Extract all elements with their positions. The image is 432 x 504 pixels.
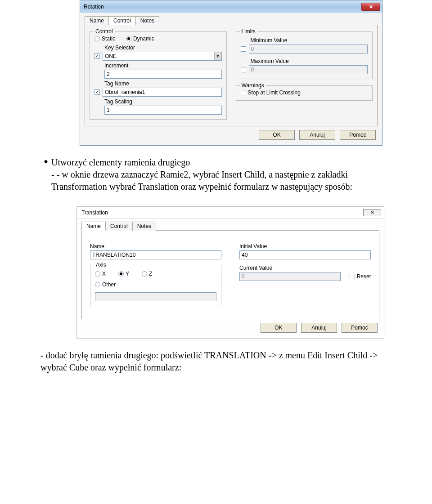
radio-z[interactable]: Z [142,271,152,277]
tab-bar: Name Control Notes [81,221,379,231]
axis-legend: Axis [94,262,108,268]
current-value-label: Current Value [239,265,371,271]
tab-content-name: Name Initial Value Axis X Y Z [81,231,379,319]
tab-content-control: Control Static Dynamic Key Selector [85,25,378,126]
anuluj-button[interactable]: Anuluj [301,323,337,333]
increment-label: Increment [104,62,222,69]
key-selector-check[interactable] [94,54,100,59]
tag-name-input[interactable] [103,88,222,97]
tab-control[interactable]: Control [108,16,136,25]
pomoc-button[interactable]: Pomoc [342,323,378,333]
axis-group: Axis X Y Z Other [90,265,221,306]
check-icon [241,90,246,95]
limits-legend: Limits [240,28,257,35]
titlebar[interactable]: Translation ✕ [77,207,384,219]
pomoc-button[interactable]: Pomoc [340,130,376,140]
warnings-legend: Warnings [240,82,266,89]
tag-name-check[interactable] [94,89,100,95]
radio-icon [118,271,124,277]
min-value-check[interactable] [241,46,246,52]
initial-value-input[interactable] [239,250,371,259]
max-value-input[interactable] [249,65,368,74]
button-row: OK Anuluj Pomoc [85,126,378,141]
close-icon[interactable]: ✕ [361,3,380,11]
close-icon[interactable]: ✕ [363,209,381,216]
warnings-group: Warnings Stop at Limit Crossing [236,85,373,101]
check-icon [350,274,355,279]
control-legend: Control [94,28,115,35]
initial-value-label: Initial Value [239,243,371,250]
titlebar[interactable]: Rotation ✕ [80,0,382,13]
radio-icon [126,36,131,41]
radio-icon [95,271,100,277]
name-input[interactable] [90,250,221,259]
other-axis-input[interactable] [95,292,216,301]
tag-scaling-label: Tag Scaling [104,98,222,105]
max-value-label: Maximum Value [251,58,368,64]
control-group: Control Static Dynamic Key Selector [90,31,227,120]
paragraph-line: Utworzyć elementy ramienia drugiego [51,156,190,169]
translation-dialog: Translation ✕ Name Control Notes Name In… [76,206,384,339]
paragraph-2: - dodać bryłę ramienia drugiego: podświe… [0,348,432,382]
radio-static[interactable]: Static [94,36,115,42]
increment-input[interactable] [104,70,222,79]
tab-name[interactable]: Name [81,222,106,231]
radio-dynamic[interactable]: Dynamic [126,36,154,42]
tag-scaling-input[interactable] [104,106,222,115]
tab-control[interactable]: Control [105,222,133,231]
ok-button[interactable]: OK [259,130,295,140]
tab-notes[interactable]: Notes [135,16,159,25]
tag-name-label: Tag Name [104,80,222,87]
paragraph-1: ● Utworzyć elementy ramienia drugiego - … [0,155,432,201]
radio-other[interactable]: Other [95,281,216,288]
chevron-down-icon[interactable]: ▼ [214,52,221,60]
button-row: OK Anuluj Pomoc [81,319,379,334]
key-selector-label: Key Selector [104,45,222,51]
tab-bar: Name Control Notes [85,16,378,25]
radio-x[interactable]: X [95,271,106,277]
paragraph-line: - - w oknie drzewa zaznaczyć Ramie2, wyb… [40,169,392,193]
rotation-dialog: Rotation ✕ Name Control Notes Control St… [80,0,382,146]
radio-icon [94,36,100,41]
stop-at-limit-check[interactable]: Stop at Limit Crossing [241,89,368,96]
reset-check[interactable]: Reset [350,273,371,280]
anuluj-button[interactable]: Anuluj [299,130,335,140]
max-value-check[interactable] [241,67,246,72]
key-selector-select[interactable] [103,52,222,61]
radio-y[interactable]: Y [118,271,129,277]
tab-name[interactable]: Name [85,16,109,25]
limits-group: Limits Minimum Value Maximum Value [236,31,373,79]
current-value-input[interactable] [239,272,341,281]
radio-icon [95,282,100,287]
paragraph-line: - dodać bryłę ramienia drugiego: podświe… [40,349,392,374]
name-label: Name [90,243,221,250]
radio-icon [142,271,147,277]
bullet-icon: ● [40,156,51,166]
dialog-title: Rotation [84,4,104,10]
ok-button[interactable]: OK [261,323,297,333]
min-value-label: Minimum Value [251,37,368,44]
min-value-input[interactable] [249,45,368,54]
dialog-title: Translation [81,210,108,216]
tab-notes[interactable]: Notes [132,222,156,231]
